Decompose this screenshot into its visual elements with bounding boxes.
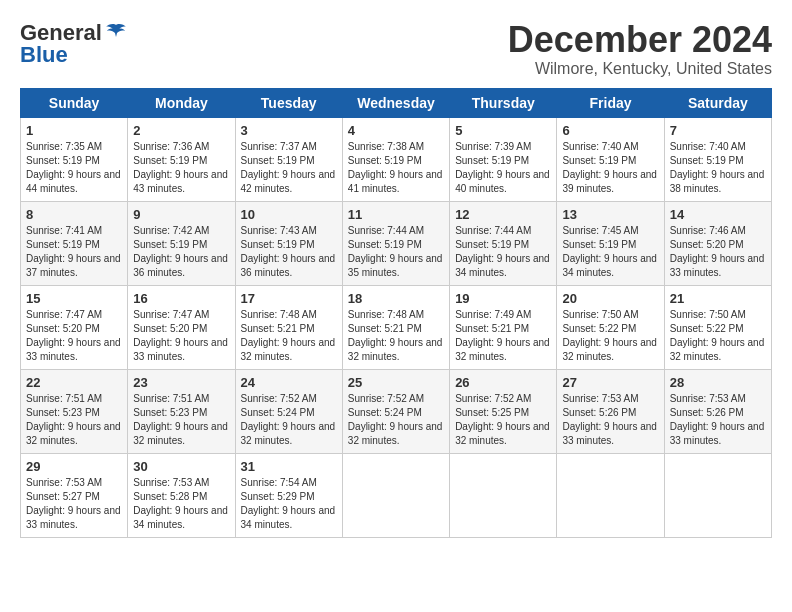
calendar-table: SundayMondayTuesdayWednesdayThursdayFrid… (20, 88, 772, 538)
calendar-day-22: 22 Sunrise: 7:51 AMSunset: 5:23 PMDaylig… (21, 369, 128, 453)
calendar-day-12: 12 Sunrise: 7:44 AMSunset: 5:19 PMDaylig… (450, 201, 557, 285)
day-number: 6 (562, 123, 658, 138)
day-number: 24 (241, 375, 337, 390)
page-header: General Blue December 2024 Wilmore, Kent… (20, 20, 772, 78)
day-info: Sunrise: 7:36 AMSunset: 5:19 PMDaylight:… (133, 141, 228, 194)
day-number: 30 (133, 459, 229, 474)
empty-cell (664, 453, 771, 537)
empty-cell (450, 453, 557, 537)
day-info: Sunrise: 7:40 AMSunset: 5:19 PMDaylight:… (562, 141, 657, 194)
day-number: 12 (455, 207, 551, 222)
calendar-day-3: 3 Sunrise: 7:37 AMSunset: 5:19 PMDayligh… (235, 117, 342, 201)
weekday-header-thursday: Thursday (450, 88, 557, 117)
day-info: Sunrise: 7:44 AMSunset: 5:19 PMDaylight:… (348, 225, 443, 278)
logo-bird-icon (106, 23, 126, 39)
day-number: 23 (133, 375, 229, 390)
calendar-day-16: 16 Sunrise: 7:47 AMSunset: 5:20 PMDaylig… (128, 285, 235, 369)
day-info: Sunrise: 7:41 AMSunset: 5:19 PMDaylight:… (26, 225, 121, 278)
calendar-day-13: 13 Sunrise: 7:45 AMSunset: 5:19 PMDaylig… (557, 201, 664, 285)
day-number: 16 (133, 291, 229, 306)
day-number: 17 (241, 291, 337, 306)
day-number: 28 (670, 375, 766, 390)
day-info: Sunrise: 7:47 AMSunset: 5:20 PMDaylight:… (26, 309, 121, 362)
day-info: Sunrise: 7:51 AMSunset: 5:23 PMDaylight:… (133, 393, 228, 446)
calendar-day-4: 4 Sunrise: 7:38 AMSunset: 5:19 PMDayligh… (342, 117, 449, 201)
empty-cell (342, 453, 449, 537)
day-info: Sunrise: 7:50 AMSunset: 5:22 PMDaylight:… (562, 309, 657, 362)
calendar-day-26: 26 Sunrise: 7:52 AMSunset: 5:25 PMDaylig… (450, 369, 557, 453)
calendar-day-15: 15 Sunrise: 7:47 AMSunset: 5:20 PMDaylig… (21, 285, 128, 369)
day-info: Sunrise: 7:50 AMSunset: 5:22 PMDaylight:… (670, 309, 765, 362)
calendar-day-2: 2 Sunrise: 7:36 AMSunset: 5:19 PMDayligh… (128, 117, 235, 201)
calendar-day-17: 17 Sunrise: 7:48 AMSunset: 5:21 PMDaylig… (235, 285, 342, 369)
day-info: Sunrise: 7:45 AMSunset: 5:19 PMDaylight:… (562, 225, 657, 278)
calendar-day-25: 25 Sunrise: 7:52 AMSunset: 5:24 PMDaylig… (342, 369, 449, 453)
day-number: 8 (26, 207, 122, 222)
weekday-header-wednesday: Wednesday (342, 88, 449, 117)
day-info: Sunrise: 7:46 AMSunset: 5:20 PMDaylight:… (670, 225, 765, 278)
day-info: Sunrise: 7:53 AMSunset: 5:27 PMDaylight:… (26, 477, 121, 530)
calendar-day-8: 8 Sunrise: 7:41 AMSunset: 5:19 PMDayligh… (21, 201, 128, 285)
day-number: 31 (241, 459, 337, 474)
day-info: Sunrise: 7:43 AMSunset: 5:19 PMDaylight:… (241, 225, 336, 278)
calendar-day-1: 1 Sunrise: 7:35 AMSunset: 5:19 PMDayligh… (21, 117, 128, 201)
calendar-day-6: 6 Sunrise: 7:40 AMSunset: 5:19 PMDayligh… (557, 117, 664, 201)
day-number: 4 (348, 123, 444, 138)
day-info: Sunrise: 7:39 AMSunset: 5:19 PMDaylight:… (455, 141, 550, 194)
day-info: Sunrise: 7:48 AMSunset: 5:21 PMDaylight:… (241, 309, 336, 362)
weekday-header-tuesday: Tuesday (235, 88, 342, 117)
calendar-day-5: 5 Sunrise: 7:39 AMSunset: 5:19 PMDayligh… (450, 117, 557, 201)
day-info: Sunrise: 7:51 AMSunset: 5:23 PMDaylight:… (26, 393, 121, 446)
calendar-day-20: 20 Sunrise: 7:50 AMSunset: 5:22 PMDaylig… (557, 285, 664, 369)
day-number: 7 (670, 123, 766, 138)
day-info: Sunrise: 7:53 AMSunset: 5:26 PMDaylight:… (670, 393, 765, 446)
day-number: 27 (562, 375, 658, 390)
day-number: 20 (562, 291, 658, 306)
calendar-day-10: 10 Sunrise: 7:43 AMSunset: 5:19 PMDaylig… (235, 201, 342, 285)
day-number: 29 (26, 459, 122, 474)
calendar-day-21: 21 Sunrise: 7:50 AMSunset: 5:22 PMDaylig… (664, 285, 771, 369)
day-info: Sunrise: 7:53 AMSunset: 5:28 PMDaylight:… (133, 477, 228, 530)
weekday-header-sunday: Sunday (21, 88, 128, 117)
calendar-day-7: 7 Sunrise: 7:40 AMSunset: 5:19 PMDayligh… (664, 117, 771, 201)
empty-cell (557, 453, 664, 537)
calendar-day-18: 18 Sunrise: 7:48 AMSunset: 5:21 PMDaylig… (342, 285, 449, 369)
month-title: December 2024 (508, 20, 772, 60)
day-info: Sunrise: 7:48 AMSunset: 5:21 PMDaylight:… (348, 309, 443, 362)
weekday-header-saturday: Saturday (664, 88, 771, 117)
title-area: December 2024 Wilmore, Kentucky, United … (508, 20, 772, 78)
day-info: Sunrise: 7:52 AMSunset: 5:25 PMDaylight:… (455, 393, 550, 446)
calendar-day-14: 14 Sunrise: 7:46 AMSunset: 5:20 PMDaylig… (664, 201, 771, 285)
calendar-day-27: 27 Sunrise: 7:53 AMSunset: 5:26 PMDaylig… (557, 369, 664, 453)
weekday-header-friday: Friday (557, 88, 664, 117)
logo: General Blue (20, 20, 126, 68)
day-number: 22 (26, 375, 122, 390)
day-number: 11 (348, 207, 444, 222)
day-info: Sunrise: 7:37 AMSunset: 5:19 PMDaylight:… (241, 141, 336, 194)
weekday-header-monday: Monday (128, 88, 235, 117)
calendar-day-30: 30 Sunrise: 7:53 AMSunset: 5:28 PMDaylig… (128, 453, 235, 537)
day-info: Sunrise: 7:49 AMSunset: 5:21 PMDaylight:… (455, 309, 550, 362)
day-info: Sunrise: 7:44 AMSunset: 5:19 PMDaylight:… (455, 225, 550, 278)
day-number: 19 (455, 291, 551, 306)
location-title: Wilmore, Kentucky, United States (508, 60, 772, 78)
day-info: Sunrise: 7:52 AMSunset: 5:24 PMDaylight:… (348, 393, 443, 446)
day-number: 15 (26, 291, 122, 306)
day-number: 2 (133, 123, 229, 138)
day-number: 9 (133, 207, 229, 222)
day-info: Sunrise: 7:38 AMSunset: 5:19 PMDaylight:… (348, 141, 443, 194)
day-info: Sunrise: 7:52 AMSunset: 5:24 PMDaylight:… (241, 393, 336, 446)
day-number: 10 (241, 207, 337, 222)
calendar-day-11: 11 Sunrise: 7:44 AMSunset: 5:19 PMDaylig… (342, 201, 449, 285)
day-number: 25 (348, 375, 444, 390)
day-info: Sunrise: 7:42 AMSunset: 5:19 PMDaylight:… (133, 225, 228, 278)
day-number: 1 (26, 123, 122, 138)
day-number: 21 (670, 291, 766, 306)
day-info: Sunrise: 7:54 AMSunset: 5:29 PMDaylight:… (241, 477, 336, 530)
day-info: Sunrise: 7:40 AMSunset: 5:19 PMDaylight:… (670, 141, 765, 194)
day-info: Sunrise: 7:35 AMSunset: 5:19 PMDaylight:… (26, 141, 121, 194)
calendar-day-29: 29 Sunrise: 7:53 AMSunset: 5:27 PMDaylig… (21, 453, 128, 537)
calendar-day-9: 9 Sunrise: 7:42 AMSunset: 5:19 PMDayligh… (128, 201, 235, 285)
day-number: 18 (348, 291, 444, 306)
day-number: 5 (455, 123, 551, 138)
